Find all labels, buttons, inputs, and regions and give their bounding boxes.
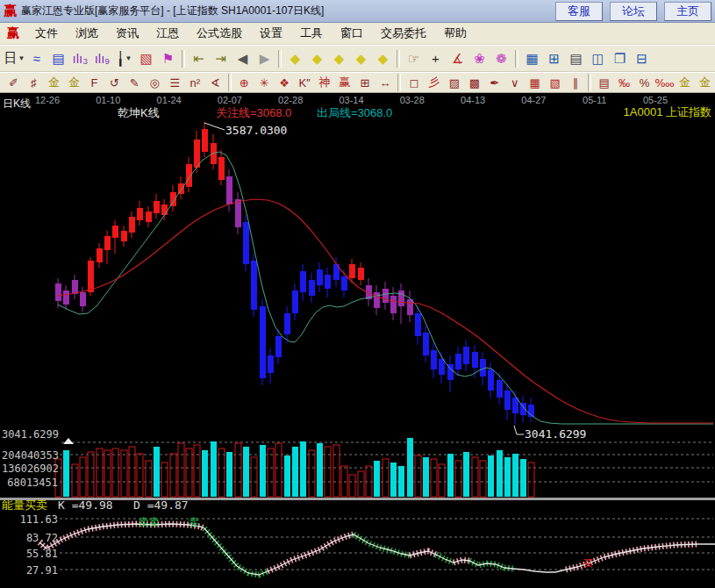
- time-cycle-tool[interactable]: ◎: [145, 74, 165, 91]
- percent-line-tool[interactable]: ‱: [654, 74, 675, 91]
- volume-bar: [317, 443, 323, 497]
- gold-section-tool[interactable]: 金: [695, 74, 715, 91]
- scroll-right-diamond-button[interactable]: ◆: [306, 48, 328, 69]
- indicator-name: 能量买卖: [2, 499, 47, 511]
- minute-3-chart-icon[interactable]: ılı₃: [69, 48, 91, 69]
- volume-bar: [121, 450, 127, 497]
- ying-grid-tool[interactable]: 赢: [335, 74, 355, 91]
- kline-pattern-icon[interactable]: ▧: [135, 48, 157, 69]
- print-icon[interactable]: ⊟: [631, 48, 653, 69]
- angle-measure-tool[interactable]: ∡: [447, 48, 468, 69]
- candle-body: [202, 129, 208, 152]
- crosshair-tool[interactable]: +: [425, 48, 447, 69]
- volume-bar: [333, 445, 340, 497]
- kline-canvas[interactable]: [0, 93, 715, 588]
- volume-bar: [194, 445, 200, 497]
- restore-diamond-button[interactable]: ◆: [372, 48, 394, 69]
- candle-body: [260, 306, 266, 378]
- prev-page-button[interactable]: ◀: [232, 48, 254, 69]
- gold-circle-tool[interactable]: 金: [675, 74, 695, 91]
- candle-body: [72, 280, 78, 294]
- menu-item-3[interactable]: 资讯: [107, 25, 147, 41]
- hand-pan-tool[interactable]: ☞: [403, 48, 425, 69]
- expand-horizontal-diamond-button[interactable]: ◆: [328, 48, 350, 69]
- comb-grid-tool[interactable]: ☰: [165, 74, 185, 91]
- percent-tool[interactable]: %: [634, 74, 654, 91]
- menu-item-2[interactable]: 浏览: [67, 25, 107, 41]
- chart-area[interactable]: 12-2601-1001-2402-0702-2803-1403-2804-13…: [0, 93, 715, 588]
- candle-body: [161, 204, 168, 215]
- measure-list-tool[interactable]: ▤: [594, 74, 614, 91]
- angle-line-tool[interactable]: ∢: [205, 74, 225, 91]
- titlebar-button-3[interactable]: 主页: [664, 2, 711, 21]
- menu-item-6[interactable]: 设置: [251, 25, 291, 41]
- date-tick: 05-25: [636, 95, 675, 105]
- red-block-grid-tool[interactable]: ▧: [545, 74, 565, 91]
- kd-axis-label: 27.91: [2, 564, 58, 577]
- last-page-button[interactable]: ⇥: [210, 48, 232, 69]
- gold-grid-tool[interactable]: 金: [64, 74, 84, 91]
- menu-item-1[interactable]: 文件: [26, 25, 67, 41]
- color-filter-icon[interactable]: ⚑: [157, 48, 179, 69]
- minute-9-chart-icon[interactable]: ılı₉: [91, 48, 113, 69]
- gold-ratio-tool[interactable]: 金: [44, 74, 64, 91]
- menu-item-8[interactable]: 窗口: [332, 25, 372, 41]
- menu-item-4[interactable]: 江恩: [147, 25, 188, 41]
- menu-item-9[interactable]: 交易委托: [372, 25, 435, 41]
- export-chart-icon[interactable]: ❐: [609, 48, 631, 69]
- save-icon[interactable]: ◫: [587, 48, 609, 69]
- volume-bar: [390, 463, 397, 497]
- candle-body: [374, 292, 380, 308]
- titlebar-button-1[interactable]: 客服: [555, 2, 603, 21]
- toolbar-separator: [515, 50, 518, 68]
- ray-fan-tool[interactable]: 彡: [424, 74, 444, 91]
- wave-brain-tool[interactable]: ❁: [490, 48, 512, 69]
- number-grid-tool[interactable]: ⊞: [354, 74, 375, 91]
- date-tick: 04-27: [514, 95, 553, 105]
- candle-body: [129, 217, 135, 233]
- box-frame-tool[interactable]: ◻: [404, 74, 424, 91]
- calendar-icon[interactable]: ▦: [521, 48, 543, 69]
- candle-body: [488, 369, 494, 391]
- notes-icon[interactable]: ▤: [565, 48, 587, 69]
- grid-ruler-tool[interactable]: ♯: [24, 74, 44, 91]
- menu-item-10[interactable]: 帮助: [435, 25, 475, 41]
- n-square-tool[interactable]: n²: [185, 74, 205, 91]
- k-quote-tool[interactable]: K″: [295, 74, 315, 91]
- first-page-button[interactable]: ⇤: [188, 48, 210, 69]
- percent-wave-tool[interactable]: ‰: [614, 74, 634, 91]
- candle-width-button[interactable]: ╽▼: [113, 48, 135, 69]
- menu-item-5[interactable]: 公式选股: [188, 25, 251, 41]
- diagonal-grid-tool[interactable]: ▩: [464, 74, 484, 91]
- candle-body: [80, 292, 86, 306]
- fan-box-tool[interactable]: ▨: [444, 74, 464, 91]
- compress-diamond-button[interactable]: ◆: [350, 48, 372, 69]
- next-page-button[interactable]: ▶: [254, 48, 275, 69]
- volume-bar: [251, 457, 257, 497]
- kd-ribbon-segment: [204, 528, 268, 575]
- shen-grid-tool[interactable]: 神: [315, 74, 335, 91]
- red-grid-tool[interactable]: ▦: [525, 74, 545, 91]
- width-measure-tool[interactable]: ↔: [375, 74, 395, 91]
- scroll-left-diamond-button[interactable]: ◆: [284, 48, 306, 69]
- marker-tool[interactable]: ✎: [125, 74, 145, 91]
- target-circle-tool[interactable]: ⊕: [234, 74, 254, 91]
- volume-bar: [488, 455, 494, 497]
- info-panel-icon[interactable]: ▤: [47, 48, 69, 69]
- draw-knife-tool[interactable]: ✐: [4, 74, 24, 91]
- trend-pen-tool[interactable]: ✒: [484, 74, 504, 91]
- fibonacci-tool[interactable]: F: [84, 74, 104, 91]
- gann-flower-tool[interactable]: ❀: [468, 48, 490, 69]
- calculator-icon[interactable]: ⊞: [543, 48, 565, 69]
- kline-style-button[interactable]: 日▼: [4, 48, 25, 69]
- volume-bar: [146, 461, 152, 497]
- spiral-tool[interactable]: ↺: [104, 74, 125, 91]
- check-line-tool[interactable]: ∨: [504, 74, 525, 91]
- trend-wave-icon[interactable]: ≈: [25, 48, 47, 69]
- menu-item-7[interactable]: 工具: [291, 25, 332, 41]
- spider-web-tool[interactable]: ✳: [254, 74, 275, 91]
- parallel-lines-tool[interactable]: ∥: [565, 74, 585, 91]
- titlebar-button-2[interactable]: 论坛: [610, 2, 657, 21]
- date-tick: 05-11: [576, 95, 614, 105]
- web-grid-tool[interactable]: ❖: [275, 74, 295, 91]
